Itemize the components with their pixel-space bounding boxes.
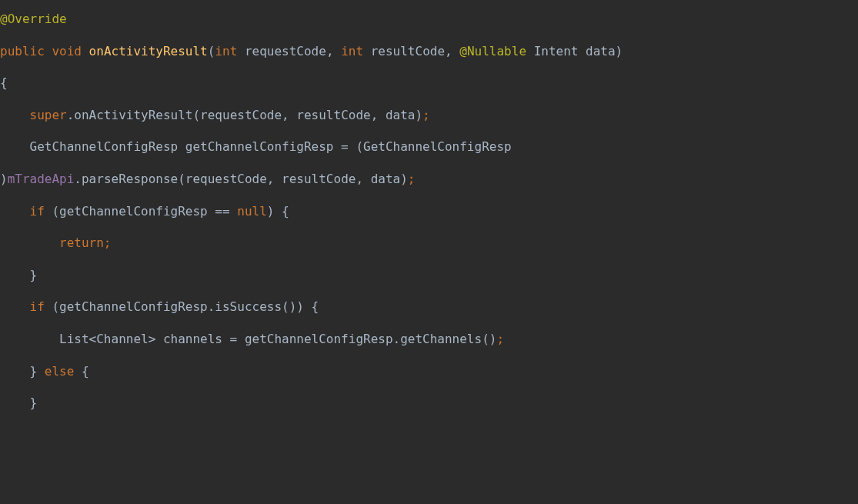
code-token: requestCode bbox=[237, 44, 326, 58]
code-token: , bbox=[326, 44, 334, 58]
code-token: @Nullable bbox=[459, 44, 526, 58]
code-token: @Override bbox=[0, 12, 67, 26]
code-token: , bbox=[371, 108, 379, 122]
code-token: , bbox=[267, 172, 275, 186]
code-token: if bbox=[30, 204, 45, 219]
code-token: , bbox=[282, 108, 289, 122]
code-token bbox=[452, 44, 460, 58]
code-token: void bbox=[52, 44, 82, 58]
code-token: null bbox=[237, 204, 267, 219]
code-token: , bbox=[356, 172, 363, 186]
code-token: .onActivityResult(requestCode bbox=[67, 108, 282, 122]
code-token: } bbox=[0, 364, 45, 379]
code-token: if bbox=[30, 299, 45, 314]
code-token: Intent data bbox=[526, 44, 616, 58]
code-token: .parseResponse(requestCode bbox=[74, 172, 266, 186]
code-token bbox=[82, 44, 89, 58]
code-token: (getChannelConfigResp == bbox=[45, 204, 237, 219]
code-token: resultCode bbox=[274, 172, 356, 186]
code-token: resultCode bbox=[363, 44, 445, 58]
code-editor[interactable]: @Override public void onActivityResult(i… bbox=[0, 0, 858, 419]
code-token: , bbox=[445, 44, 452, 58]
code-token: return; bbox=[59, 235, 111, 250]
code-token: (getChannelConfigResp.isSuccess()) { Lis… bbox=[0, 299, 496, 346]
code-token bbox=[334, 44, 342, 58]
code-block: @Override public void onActivityResult(i… bbox=[0, 12, 630, 410]
code-token: ; bbox=[408, 172, 416, 186]
code-token: ( bbox=[208, 44, 215, 58]
code-token: ; bbox=[422, 108, 430, 122]
code-token: else bbox=[45, 364, 75, 379]
code-token: onActivityResult bbox=[89, 44, 208, 58]
code-token: data) bbox=[378, 108, 422, 122]
code-token: ; bbox=[496, 332, 504, 346]
code-token: int bbox=[215, 44, 237, 58]
code-token bbox=[45, 44, 52, 58]
code-token: super bbox=[30, 108, 67, 122]
code-token: ) bbox=[616, 44, 623, 58]
code-token: data) bbox=[363, 172, 408, 186]
code-token: public bbox=[0, 44, 45, 58]
code-token bbox=[0, 204, 30, 219]
code-token: mTradeApi bbox=[8, 172, 75, 186]
code-token: resultCode bbox=[289, 108, 371, 122]
code-token: int bbox=[341, 44, 363, 58]
